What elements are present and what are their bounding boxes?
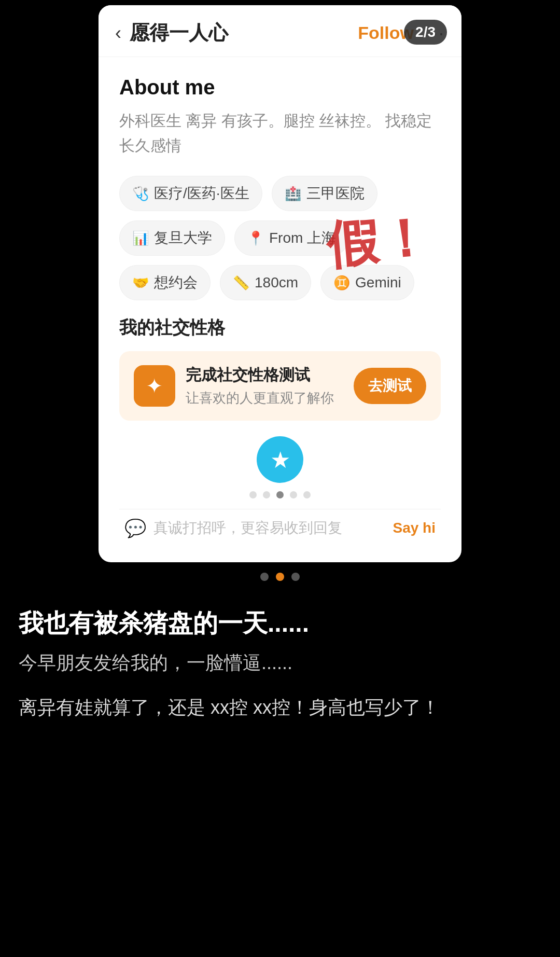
tag-label-hospital: 三甲医院 <box>306 184 365 203</box>
dot-2 <box>263 491 270 498</box>
about-me-title: About me <box>119 76 441 99</box>
dot-1 <box>249 491 257 498</box>
post-area: 我也有被杀猪盘的一天...... 今早朋友发给我的，一脸懵逼...... 离异有… <box>0 590 560 743</box>
tag-icon-location: 📍 <box>247 230 264 246</box>
social-personality-title: 我的社交性格 <box>119 316 441 340</box>
dot-5 <box>303 491 311 498</box>
star-circle-wrapper: ★ <box>119 436 441 483</box>
star-circle[interactable]: ★ <box>257 436 303 483</box>
profile-card: ‹ 愿得一人心 Follow ··· 2/3 About me 外科医生 离异 … <box>99 5 461 562</box>
bottom-dot-2[interactable] <box>276 573 284 581</box>
dots-row <box>119 491 441 498</box>
card-body: About me 外科医生 离异 有孩子。腿控 丝袜控。 找稳定长久感情 🩺 医… <box>99 57 461 562</box>
bio-text: 外科医生 离异 有孩子。腿控 丝袜控。 找稳定长久感情 <box>119 108 441 158</box>
dot-3 <box>276 491 284 498</box>
social-text: 完成社交性格测试 让喜欢的人更直观了解你 <box>186 365 343 407</box>
tag-icon-hospital: 🏥 <box>285 186 301 202</box>
back-button[interactable]: ‹ <box>115 22 121 44</box>
tag-label-university: 复旦大学 <box>154 228 212 248</box>
tag-icon-university: 📊 <box>132 230 149 246</box>
tag-label-zodiac: Gemini <box>355 274 401 291</box>
tag-university: 📊 复旦大学 <box>119 220 225 256</box>
tag-icon-zodiac: ♊ <box>333 275 350 291</box>
say-hi-bar[interactable]: 💬 真诚打招呼，更容易收到回复 Say hi <box>119 509 441 547</box>
tag-zodiac: ♊ Gemini <box>320 265 414 300</box>
say-hi-placeholder-text: 真诚打招呼，更容易收到回复 <box>153 518 386 538</box>
social-card: ✦ 完成社交性格测试 让喜欢的人更直观了解你 去测试 <box>119 351 441 421</box>
page-title: 愿得一人心 <box>130 20 358 46</box>
tag-date: 🤝 想约会 <box>119 265 211 300</box>
outer-wrapper: ‹ 愿得一人心 Follow ··· 2/3 About me 外科医生 离异 … <box>0 0 560 743</box>
test-button[interactable]: 去测试 <box>354 368 426 404</box>
tag-label-height: 180cm <box>255 274 298 291</box>
bottom-dot-1 <box>260 573 269 581</box>
post-comment: 离异有娃就算了，还是 xx控 xx控！身高也写少了！ <box>19 692 541 723</box>
star-icon: ★ <box>270 447 290 473</box>
tag-label-profession: 医疗/医药·医生 <box>154 184 249 203</box>
post-subtitle: 今早朋友发给我的，一脸懵逼...... <box>19 649 541 677</box>
tag-icon-date: 🤝 <box>132 275 149 291</box>
tag-location: 📍 From 上海 <box>234 220 349 256</box>
tag-label-date: 想约会 <box>154 273 198 293</box>
page-indicator: 2/3 <box>404 20 447 45</box>
say-hi-button[interactable]: Say hi <box>393 520 436 536</box>
tag-icon-profession: 🩺 <box>132 186 149 202</box>
bottom-dot-3 <box>291 573 300 581</box>
social-card-title: 完成社交性格测试 <box>186 365 343 386</box>
bottom-page-dots <box>260 573 300 581</box>
tag-profession: 🩺 医疗/医药·医生 <box>119 176 262 211</box>
tag-height: 📏 180cm <box>220 265 311 300</box>
social-icon-box: ✦ <box>134 365 175 407</box>
tag-icon-height: 📏 <box>233 275 249 291</box>
post-title: 我也有被杀猪盘的一天...... <box>19 606 541 641</box>
dot-4 <box>290 491 297 498</box>
tag-hospital: 🏥 三甲医院 <box>272 176 377 211</box>
social-icon: ✦ <box>146 374 163 398</box>
tags-grid: 🩺 医疗/医药·医生 🏥 三甲医院 📊 复旦大学 📍 From 上海 🤝 <box>119 176 441 300</box>
tag-label-location: From 上海 <box>269 228 336 248</box>
social-card-subtitle: 让喜欢的人更直观了解你 <box>186 389 343 407</box>
chat-icon: 💬 <box>124 518 146 538</box>
